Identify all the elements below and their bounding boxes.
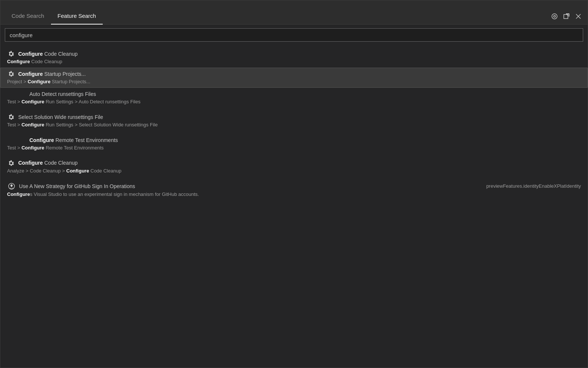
list-item[interactable]: Configure Code Cleanup Configure Code Cl… (0, 48, 588, 68)
result-subtitle: Analyze > Code Cleanup > Configure Code … (7, 167, 581, 175)
gear-icon (7, 70, 15, 78)
no-icon (7, 136, 15, 144)
list-item[interactable]: Configure Remote Test Environments Test … (0, 134, 588, 154)
spacer (0, 131, 588, 134)
result-subtitle: Test > Configure Remote Test Environment… (7, 144, 581, 152)
svg-point-1 (554, 16, 556, 17)
spacer (0, 177, 588, 180)
no-icon (7, 90, 15, 98)
result-title-row: Configure Remote Test Environments (7, 136, 581, 144)
result-subtitle: Test > Configure Run Settings > Auto Det… (7, 98, 581, 106)
tab-code-search-label: Code Search (12, 13, 44, 19)
result-subtitle: Configure Code Cleanup (7, 58, 581, 65)
gear-icon (7, 113, 15, 121)
close-icon[interactable] (575, 13, 582, 20)
search-area: configure (0, 25, 588, 45)
list-item[interactable]: Configure Startup Projects... Project > … (0, 68, 588, 88)
list-item[interactable]: Auto Detect runsettings Files Test > Con… (0, 88, 588, 108)
preview-icon[interactable] (551, 13, 558, 20)
result-subtitle: Test > Configure Run Settings > Select S… (7, 121, 581, 129)
result-title-row: Configure Code Cleanup (7, 159, 581, 167)
list-item[interactable]: Configure Code Cleanup Analyze > Code Cl… (0, 156, 588, 177)
svg-point-0 (552, 14, 557, 19)
result-subtitle: Configures Visual Studio to use an exper… (7, 191, 581, 198)
result-subtitle: Project > Configure Startup Projects... (7, 78, 581, 85)
list-item[interactable]: Use A New Strategy for GitHub Sign In Op… (0, 180, 588, 200)
tab-feature-search[interactable]: Feature Search (51, 8, 103, 25)
result-title: Use A New Strategy for GitHub Sign In Op… (19, 182, 483, 190)
spacer (0, 154, 588, 156)
result-title-row: Configure Code Cleanup (7, 50, 581, 58)
result-title: Configure Remote Test Environments (29, 136, 118, 144)
result-title-row: Use A New Strategy for GitHub Sign In Op… (7, 182, 581, 191)
no-icon-2 (18, 136, 26, 144)
window-controls (551, 13, 582, 20)
spacer (0, 108, 588, 111)
result-title-row: Auto Detect runsettings Files (7, 90, 581, 98)
tab-code-search[interactable]: Code Search (5, 8, 51, 25)
result-title: Select Solution Wide runsettings File (18, 113, 103, 121)
gear-icon (7, 50, 15, 58)
new-window-icon[interactable] (563, 13, 570, 20)
no-icon-2 (18, 90, 26, 98)
result-title: Configure Code Cleanup (18, 159, 78, 167)
tab-feature-search-label: Feature Search (58, 13, 96, 19)
list-item[interactable]: Select Solution Wide runsettings File Te… (0, 111, 588, 131)
github-icon (7, 182, 16, 191)
gear-icon (7, 159, 15, 167)
result-title: Configure Startup Projects... (18, 70, 86, 78)
main-window: Code Search Feature Search (0, 0, 588, 368)
results-list: Configure Code Cleanup Configure Code Cl… (0, 45, 588, 368)
preview-tag: previewFeatures.identityEnableXPlatIdent… (486, 183, 581, 190)
titlebar: Code Search Feature Search (0, 0, 588, 25)
result-title-row: Select Solution Wide runsettings File (7, 113, 581, 121)
result-title-row: Configure Startup Projects... (7, 70, 581, 78)
search-input[interactable]: configure (5, 28, 583, 42)
result-title: Auto Detect runsettings Files (29, 90, 96, 98)
result-title: Configure Code Cleanup (18, 50, 78, 58)
